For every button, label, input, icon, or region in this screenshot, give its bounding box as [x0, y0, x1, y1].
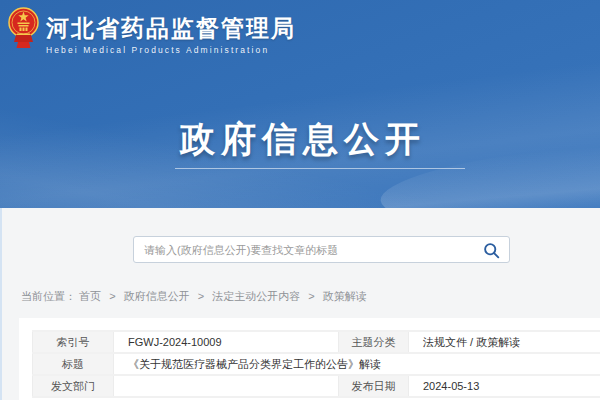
search-button[interactable] [482, 241, 501, 260]
table-row: 发文部门 发布日期 2024-05-13 [33, 375, 600, 397]
breadcrumb-item-home[interactable]: 首页 [79, 290, 101, 302]
breadcrumb-item-policy-interpretation[interactable]: 政策解读 [323, 290, 367, 302]
site-title-block: 河北省药品监督管理局 Hebei Medical Products Admini… [46, 7, 296, 55]
breadcrumb-item-gov-info[interactable]: 政府信息公开 [124, 290, 190, 302]
topic-category-label: 主题分类 [339, 331, 409, 353]
content-card: 索引号 FGWJ-2024-10009 主题分类 法规文件 / 政策解读 标题 … [19, 318, 600, 400]
index-number-label: 索引号 [33, 331, 114, 353]
site-title: 河北省药品监督管理局 [46, 16, 296, 41]
site-header: 河北省药品监督管理局 Hebei Medical Products Admini… [0, 0, 600, 208]
banner-underline [175, 168, 465, 169]
breadcrumb: 当前位置： 首页 > 政府信息公开 > 法定主动公开内容 > 政策解读 [21, 289, 367, 304]
title-label: 标题 [33, 353, 114, 375]
doc-info-table: 索引号 FGWJ-2024-10009 主题分类 法规文件 / 政策解读 标题 … [32, 330, 600, 398]
publish-date-label: 发布日期 [339, 375, 409, 397]
breadcrumb-separator: > [308, 290, 314, 302]
site-subtitle: Hebei Medical Products Administration [46, 45, 296, 55]
search-box [133, 236, 510, 263]
topic-category-value: 法规文件 / 政策解读 [409, 331, 600, 353]
table-row: 索引号 FGWJ-2024-10009 主题分类 法规文件 / 政策解读 [33, 331, 600, 353]
issuing-department-value [114, 375, 339, 397]
table-row: 标题 《关于规范医疗器械产品分类界定工作的公告》解读 [33, 353, 600, 375]
breadcrumb-prefix: 当前位置： [21, 290, 76, 302]
search-input[interactable] [134, 237, 509, 262]
publish-date-value: 2024-05-13 [409, 375, 600, 397]
breadcrumb-separator: > [109, 290, 115, 302]
site-brand[interactable]: 河北省药品监督管理局 Hebei Medical Products Admini… [8, 7, 296, 55]
document-title-value[interactable]: 《关于规范医疗器械产品分类界定工作的公告》解读 [114, 353, 600, 375]
breadcrumb-separator: > [198, 290, 204, 302]
index-number-value: FGWJ-2024-10009 [114, 331, 339, 353]
search-section [133, 236, 510, 263]
page-left-edge-divider [0, 208, 2, 400]
breadcrumb-item-disclosure-content[interactable]: 法定主动公开内容 [212, 290, 300, 302]
china-national-emblem-icon [8, 7, 39, 53]
issuing-department-label: 发文部门 [33, 375, 114, 397]
page-title: 政府信息公开 [0, 116, 600, 163]
search-icon [483, 242, 500, 259]
